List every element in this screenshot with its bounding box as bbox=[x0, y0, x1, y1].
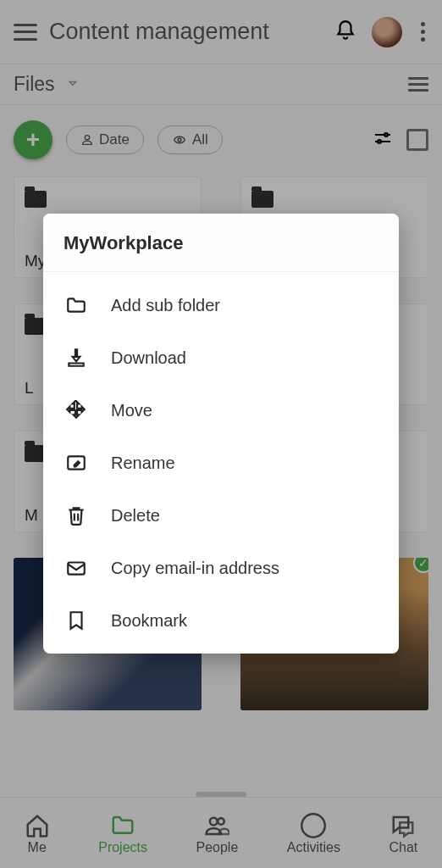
download-icon bbox=[64, 345, 89, 370]
menu-label: Copy email-in address bbox=[111, 559, 279, 578]
menu-delete[interactable]: Delete bbox=[43, 489, 399, 542]
menu-add-sub-folder[interactable]: Add sub folder bbox=[43, 279, 399, 331]
modal-overlay[interactable]: MyWorkplace Add sub folder Download Move bbox=[0, 0, 442, 868]
rename-icon bbox=[64, 450, 89, 476]
svg-rect-9 bbox=[68, 563, 85, 575]
move-icon bbox=[64, 398, 89, 423]
trash-icon bbox=[64, 503, 89, 528]
modal-header: MyWorkplace bbox=[43, 214, 399, 272]
modal-title: MyWorkplace bbox=[64, 232, 378, 254]
menu-label: Download bbox=[111, 348, 186, 368]
mail-icon bbox=[64, 555, 89, 581]
menu-label: Move bbox=[111, 401, 152, 420]
menu-bookmark[interactable]: Bookmark bbox=[43, 594, 399, 647]
menu-label: Delete bbox=[111, 506, 160, 526]
context-menu: MyWorkplace Add sub folder Download Move bbox=[43, 214, 399, 654]
menu-label: Rename bbox=[111, 453, 175, 473]
menu-copy-email[interactable]: Copy email-in address bbox=[43, 542, 399, 594]
menu-download[interactable]: Download bbox=[43, 331, 399, 384]
menu-rename[interactable]: Rename bbox=[43, 437, 399, 489]
bookmark-icon bbox=[64, 608, 89, 633]
menu-move[interactable]: Move bbox=[43, 384, 399, 437]
menu-label: Add sub folder bbox=[111, 296, 220, 315]
menu-label: Bookmark bbox=[111, 611, 187, 631]
folder-outline-icon bbox=[64, 292, 89, 318]
